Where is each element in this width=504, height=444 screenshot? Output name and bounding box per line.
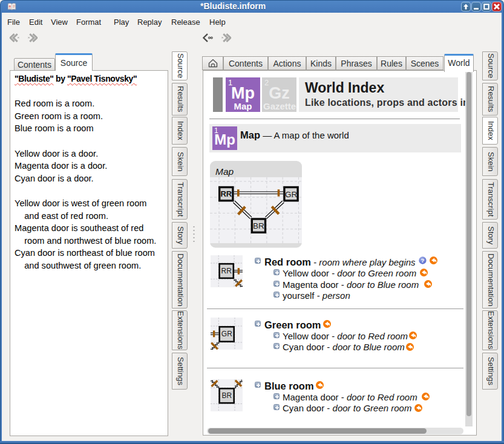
svg-text:BR: BR — [253, 221, 264, 230]
svg-text:RR: RR — [221, 267, 232, 275]
svg-text:Map: Map — [215, 166, 234, 177]
svg-text:GR: GR — [285, 190, 298, 199]
svg-text:GR: GR — [221, 330, 232, 338]
svg-text:?: ? — [421, 257, 425, 264]
svg-text:RR: RR — [220, 189, 232, 198]
svg-text:BR: BR — [221, 391, 232, 400]
